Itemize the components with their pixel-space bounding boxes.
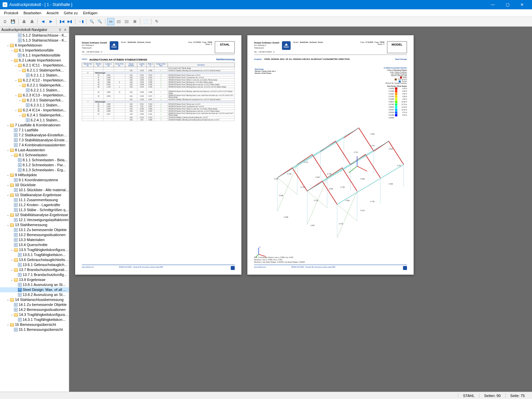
jump-button[interactable]: →▮: [77, 18, 84, 25]
svg-text:0.736: 0.736: [340, 186, 345, 188]
tree-item[interactable]: 5.1.3 Stahlanschlüsse - K...: [0, 38, 69, 43]
page-left: Dlubal Software GmbH Am Zellweg 2 Tiefen…: [75, 35, 241, 275]
tree-item[interactable]: ⌄12 Stabilitätsanalyse-Ergebnisse: [0, 212, 69, 217]
save-button[interactable]: 💾: [9, 18, 17, 25]
tree-item[interactable]: 6.2.3.1.1 Stabim...: [0, 103, 69, 108]
close-button[interactable]: ✕: [515, 0, 529, 9]
next-button[interactable]: ▶: [47, 18, 55, 25]
tree-item[interactable]: 11.3 Stäbe - Schnittgrößen q...: [0, 207, 69, 212]
navigator-tree[interactable]: 5.1.2 Stahlanschlüsse - K...5.1.3 Stahla…: [0, 33, 69, 392]
tree-item[interactable]: 13.1 Zu bemessende Objekte: [0, 227, 69, 232]
tree-item[interactable]: 6.2.4.1.1 Stabim...: [0, 118, 69, 123]
tree-item[interactable]: 11.1 Zusammenfassung: [0, 198, 69, 202]
tree-item[interactable]: ⌄6.2.3 IC13 - Imperfektion...: [0, 93, 69, 98]
preview-area[interactable]: Dlubal Software GmbH Am Zellweg 2 Tiefen…: [69, 27, 532, 392]
tree-item[interactable]: 14.2 Bemessungssituationen: [0, 307, 69, 312]
tree-item[interactable]: 10.1 Stückliste - Alle material...: [0, 188, 69, 193]
tree-item[interactable]: ⌄6.1 Imperfektionsfälle: [0, 48, 69, 53]
sidebar-close-icon[interactable]: ✕: [63, 27, 67, 32]
menu-ansicht[interactable]: Ansicht: [44, 10, 61, 16]
maximize-button[interactable]: ▢: [500, 0, 515, 9]
new-button[interactable]: 🗋: [1, 18, 9, 25]
tree-item[interactable]: 13.7.1 Brandschutzkonfig...: [0, 272, 69, 277]
svg-text:0.955: 0.955: [329, 188, 333, 190]
tree-item[interactable]: ⌄15 Bemessungsübersicht: [0, 322, 69, 327]
tree-item[interactable]: ⌄13.7 Brandschutzkonfiguratio...: [0, 267, 69, 272]
tree-item[interactable]: ⌄10 Stückliste: [0, 183, 69, 188]
tree-item[interactable]: 15.1 Bemessungsübersicht: [0, 327, 69, 332]
tree-item[interactable]: 6.2.2.1.1 Stabim...: [0, 88, 69, 93]
menu-protokoll[interactable]: Protokoll: [1, 10, 21, 16]
tree-item[interactable]: 7.1 Lastfälle: [0, 128, 69, 133]
svg-text:0.956: 0.956: [345, 200, 350, 201]
tree-item[interactable]: 13.5.1 Tragfähigkeitskon...: [0, 252, 69, 257]
svg-text:0.283: 0.283: [370, 133, 375, 135]
tree-item[interactable]: 7.4 Kombinationsassistenten: [0, 143, 69, 148]
refresh-button[interactable]: ↻: [153, 18, 160, 25]
pin-icon[interactable]: ⚲: [58, 27, 62, 32]
tree-item[interactable]: 9.1 Koordinatensysteme: [0, 178, 69, 183]
tree-item[interactable]: Steel Design: Max. of all ...: [0, 287, 69, 292]
tree-item[interactable]: 13.6.1 Gebrauchstauglich...: [0, 262, 69, 267]
tree-item[interactable]: 13.8.1 Ausnutzung an St...: [0, 282, 69, 287]
tree-item[interactable]: ⌄6.2.2 IC12 - Imperfektion...: [0, 78, 69, 83]
tree-item[interactable]: ⌄11 Statikanalyse-Ergebnisse: [0, 193, 69, 198]
tree-item[interactable]: ⌄7 Lastfälle & Kombinationen: [0, 123, 69, 128]
prev-button[interactable]: ◀: [39, 18, 47, 25]
tree-item[interactable]: 14.3.1 Tragfähigkeitskon...: [0, 317, 69, 322]
tree-item[interactable]: ⌄6.2.3.1 Stabimperfek...: [0, 98, 69, 103]
tree-item[interactable]: 13.4 Querschnitte: [0, 242, 69, 247]
tree-item[interactable]: ⌄6.2 Lokale Imperfektionen: [0, 58, 69, 63]
zoom-out-button[interactable]: 🔍: [96, 18, 103, 25]
sidebar-header: Ausdruckprotokoll-Navigator ⚲ ✕: [0, 27, 69, 33]
tree-item[interactable]: 8.1.3 Schneelasten - Erg...: [0, 168, 69, 173]
tree-item[interactable]: 6.2.1.1.1 Stabim...: [0, 73, 69, 78]
svg-text:Z: Z: [259, 246, 260, 248]
tree-item[interactable]: ⌄13.5 Tragfähigkeitskonfigurat...: [0, 247, 69, 252]
tree-item[interactable]: ⌄9 Hilfsobjekte: [0, 173, 69, 178]
tree-item[interactable]: ⌄8.1 Schneelasten: [0, 153, 69, 158]
first-button[interactable]: ▮◀: [58, 18, 66, 25]
menu-bearbeiten[interactable]: Bearbeiten: [21, 10, 44, 16]
tree-item[interactable]: 5.1.2 Stahlanschlüsse - K...: [0, 33, 69, 38]
tree-item[interactable]: 13.2 Bemessungssituationen: [0, 232, 69, 237]
tree-item[interactable]: ⌄6.2.4 IC14 - Imperfektion...: [0, 108, 69, 113]
print-button[interactable]: 🖶: [20, 18, 28, 25]
tree-item[interactable]: ⌄13.6 Gebrauchstauglichkeitsk...: [0, 257, 69, 262]
tree-item[interactable]: ⌄6.2.4.1 Stabimperfek...: [0, 113, 69, 118]
tree-item[interactable]: ⌄6.2.2.1 Stabimperfek...: [0, 83, 69, 88]
tree-item[interactable]: ⌄8 Last-Assistenten: [0, 148, 69, 153]
tree-item[interactable]: ⌄6.2.1 IC11 - Imperfektion...: [0, 63, 69, 68]
tree-item[interactable]: 8.1.1 Schneelasten - Bela...: [0, 158, 69, 163]
menu-gehezu[interactable]: Gehe zu: [61, 10, 80, 16]
tree-item[interactable]: 7.3 Stabilitätsanalyse-Einstell...: [0, 138, 69, 143]
layout1-button[interactable]: ▭: [107, 18, 114, 25]
tree-item[interactable]: ⌄13.8 Ergebnisse: [0, 277, 69, 282]
svg-line-21: [337, 191, 357, 238]
tree-item[interactable]: 14.1 Zu bemessende Objekte: [0, 302, 69, 307]
svg-line-22: [337, 204, 357, 221]
sidebar-title: Ausdruckprotokoll-Navigator: [1, 28, 47, 32]
layout2-button[interactable]: ▯▯: [115, 18, 122, 25]
tree-item[interactable]: 12.1 Verzweigungslastfaktoren: [0, 217, 69, 222]
tree-item[interactable]: 13.8.2 Ausnutzung an St...: [0, 292, 69, 297]
last-button[interactable]: ▶▮: [66, 18, 73, 25]
zoom-in-button[interactable]: 🔍: [88, 18, 95, 25]
edit-button[interactable]: 📄: [142, 18, 149, 25]
menu-einfuegen[interactable]: Einfügen: [80, 10, 100, 16]
svg-text:0.598: 0.598: [279, 195, 283, 197]
tree-item[interactable]: ⌄6.2.1.1 Stabimperfek...: [0, 68, 69, 73]
minimize-button[interactable]: —: [485, 0, 500, 9]
tree-item[interactable]: 8.1.2 Schneelasten - Par...: [0, 163, 69, 168]
tree-item[interactable]: ⌄14.3 Tragfähigkeitskonfigurat...: [0, 312, 69, 317]
tree-item[interactable]: ⌄14 Stahlanschlussbemessung: [0, 297, 69, 302]
tree-item[interactable]: ⌄13 Stahlbemessung: [0, 222, 69, 227]
tree-item[interactable]: 13.3 Materialien: [0, 237, 69, 242]
layout4-button[interactable]: ⊞: [131, 18, 138, 25]
tree-item[interactable]: 11.2 Knoten - Lagerkräfte: [0, 202, 69, 207]
tree-item[interactable]: 6.1.1 Imperfektionsfälle: [0, 53, 69, 58]
tree-item[interactable]: ⌄6 Imperfektionen: [0, 43, 69, 48]
print2-button[interactable]: 🖶: [28, 18, 36, 25]
layout3-button[interactable]: ▯▯: [123, 18, 130, 25]
tree-item[interactable]: 7.2 Statikanalyse-Einstellungen: [0, 133, 69, 138]
